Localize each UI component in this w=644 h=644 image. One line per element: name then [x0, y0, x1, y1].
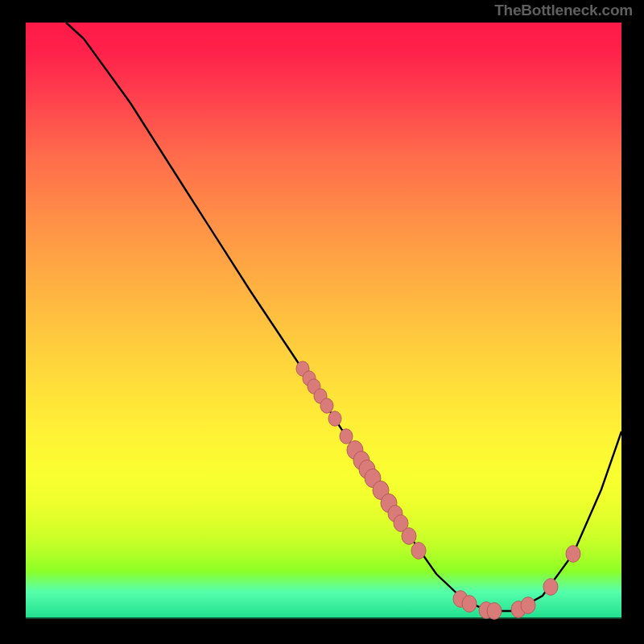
data-point — [320, 398, 333, 413]
chart-svg — [26, 23, 621, 618]
data-points — [296, 361, 580, 620]
chart-root: TheBottleneck.com — [0, 0, 644, 644]
data-point — [566, 546, 580, 563]
data-point — [521, 597, 535, 614]
data-point — [487, 603, 502, 620]
plot-area — [26, 23, 621, 618]
data-point — [462, 596, 477, 613]
bottleneck-curve — [66, 23, 621, 611]
data-point — [328, 411, 341, 426]
data-point — [543, 579, 558, 596]
data-point — [411, 543, 426, 559]
data-point — [340, 429, 353, 444]
data-point — [402, 528, 416, 545]
attribution-text: TheBottleneck.com — [494, 2, 633, 19]
